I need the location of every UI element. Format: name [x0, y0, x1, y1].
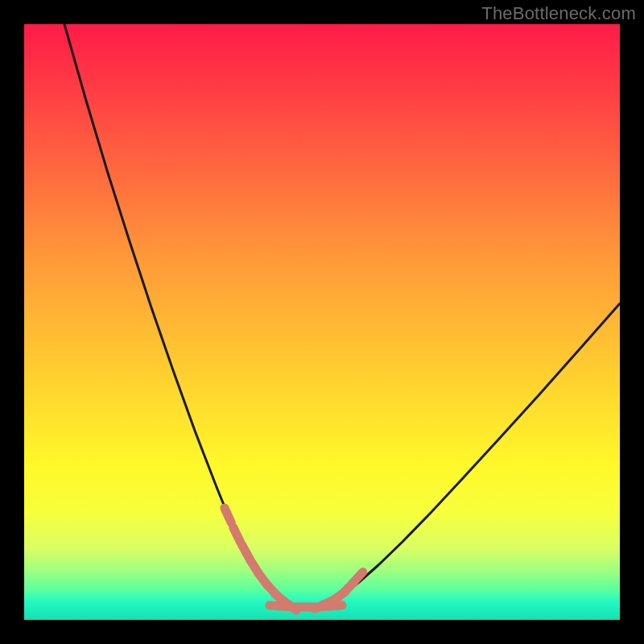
watermark-text: TheBottleneck.com	[481, 3, 636, 24]
chart-frame: TheBottleneck.com	[0, 0, 644, 644]
left-tickmarks-seg	[233, 527, 241, 542]
curve-layer	[24, 24, 620, 620]
right-tickmarks-seg	[352, 572, 363, 584]
left-curve	[64, 24, 294, 606]
plot-area	[24, 24, 620, 620]
right-curve	[318, 303, 620, 606]
left-tickmarks-seg	[225, 508, 231, 522]
